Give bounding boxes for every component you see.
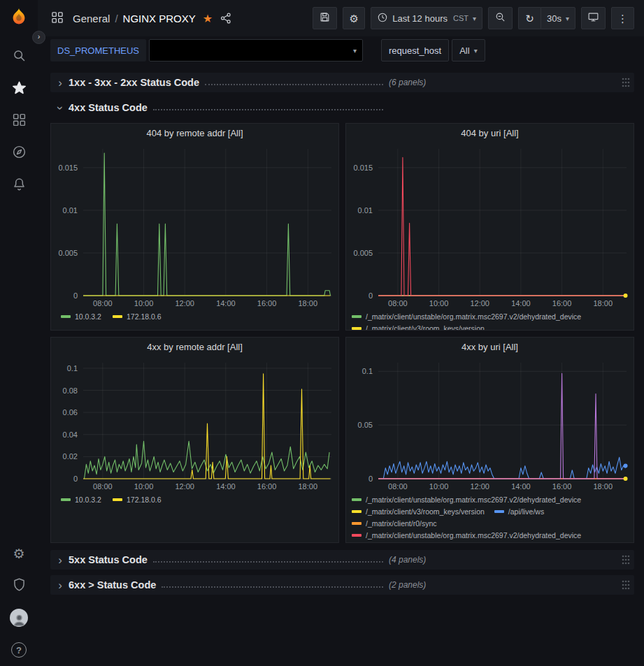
row-title-group: 5xx Status Code bbox=[66, 554, 389, 565]
legend-item[interactable]: /api/live/ws bbox=[494, 506, 544, 517]
sidebar-expand-button[interactable]: › bbox=[32, 31, 45, 44]
legend-item[interactable]: 10.0.3.2 bbox=[61, 494, 101, 505]
request-host-variable-select[interactable]: All ▾ bbox=[452, 39, 485, 61]
sidebar-item-favorites[interactable] bbox=[0, 73, 38, 105]
svg-text:16:00: 16:00 bbox=[552, 482, 572, 491]
panel-chart[interactable]: 08:0010:0012:0014:0016:0018:0000.020.040… bbox=[51, 357, 338, 493]
star-outline-icon bbox=[12, 80, 27, 98]
zoom-out-button[interactable] bbox=[488, 7, 513, 29]
sidebar: ⚙ ? › bbox=[0, 0, 38, 666]
favorite-star-icon[interactable]: ★ bbox=[203, 12, 213, 25]
top-navigation: General / NGINX PROXY ★ ⚙ bbox=[38, 0, 644, 36]
apps-grid-icon bbox=[50, 16, 64, 27]
legend-item[interactable]: /_matrix/client/r0/sync bbox=[352, 518, 437, 529]
row-5xx-status-code[interactable]: › 5xx Status Code (4 panels) bbox=[50, 550, 634, 570]
dashboard-settings-button[interactable]: ⚙ bbox=[343, 7, 365, 29]
main-area: General / NGINX PROXY ★ ⚙ bbox=[38, 0, 644, 666]
chevron-down-icon: ▾ bbox=[474, 47, 478, 55]
breadcrumb-section[interactable]: General bbox=[73, 13, 110, 24]
legend-swatch bbox=[113, 315, 122, 318]
chevron-down-icon: ▾ bbox=[473, 15, 476, 22]
panel-chart[interactable]: 08:0010:0012:0014:0016:0018:0000.050.1 bbox=[346, 357, 634, 493]
legend-item[interactable]: 172.18.0.6 bbox=[113, 311, 162, 322]
time-range-picker[interactable]: Last 12 hours CST ▾ bbox=[371, 7, 482, 29]
svg-text:14:00: 14:00 bbox=[216, 482, 236, 491]
cycle-view-mode-button[interactable] bbox=[581, 7, 606, 29]
grafana-logo-icon[interactable] bbox=[8, 7, 29, 28]
panel-title[interactable]: 404 by uri [All] bbox=[346, 124, 634, 143]
row-drag-handle[interactable] bbox=[622, 555, 630, 565]
save-icon bbox=[319, 11, 331, 25]
svg-text:0.01: 0.01 bbox=[358, 206, 373, 215]
row-title: 4xx Status Code bbox=[69, 102, 148, 113]
svg-text:0: 0 bbox=[368, 291, 373, 300]
panel-legend: /_matrix/client/unstable/org.matrix.msc2… bbox=[346, 310, 634, 330]
monitor-icon bbox=[587, 11, 599, 25]
chart-canvas[interactable]: 08:0010:0012:0014:0016:0018:0000.0050.01… bbox=[51, 143, 338, 310]
timezone-label: CST bbox=[453, 14, 468, 22]
legend-swatch bbox=[352, 315, 362, 318]
row-panel-count: (2 panels) bbox=[389, 580, 426, 590]
save-dashboard-button[interactable] bbox=[313, 7, 337, 29]
chevron-down-icon: ▾ bbox=[353, 47, 357, 55]
sidebar-item-profile[interactable] bbox=[0, 602, 38, 634]
legend-item[interactable]: /_matrix/client/unstable/org.matrix.msc2… bbox=[352, 530, 581, 541]
legend-label: /_matrix/client/r0/sync bbox=[366, 518, 437, 529]
svg-text:18:00: 18:00 bbox=[593, 482, 613, 491]
search-icon bbox=[12, 48, 27, 66]
chart-canvas[interactable]: 08:0010:0012:0014:0016:0018:0000.050.1 bbox=[346, 357, 634, 493]
breadcrumb-dashboard-title[interactable]: NGINX PROXY bbox=[123, 13, 196, 24]
panel-title[interactable]: 4xx by uri [All] bbox=[346, 338, 634, 357]
sidebar-item-help[interactable]: ? bbox=[0, 634, 38, 666]
sidebar-item-security[interactable] bbox=[0, 570, 38, 602]
row-drag-handle[interactable] bbox=[622, 78, 630, 87]
legend-label: /api/live/ws bbox=[508, 506, 544, 517]
row-1xx-3xx-2xx-status-code[interactable]: › 1xx - 3xx - 2xx Status Code (6 panels) bbox=[50, 73, 634, 92]
compass-icon bbox=[12, 145, 27, 162]
panel-title[interactable]: 404 by remote addr [All] bbox=[51, 124, 338, 143]
datasource-variable-label[interactable]: DS_PROMETHEUS bbox=[50, 39, 146, 61]
chevron-right-icon: › bbox=[55, 579, 66, 591]
sidebar-item-server-admin[interactable]: ⚙ bbox=[0, 537, 38, 570]
chart-canvas[interactable]: 08:0010:0012:0014:0016:0018:0000.020.040… bbox=[51, 357, 338, 493]
svg-text:18:00: 18:00 bbox=[593, 299, 613, 307]
row-panel-count: (4 panels) bbox=[389, 555, 426, 565]
more-options-kebab[interactable]: ⋮ bbox=[611, 7, 634, 29]
svg-text:0.005: 0.005 bbox=[58, 249, 78, 257]
legend-item[interactable]: /_matrix/client/unstable/org.matrix.msc2… bbox=[352, 494, 581, 505]
toolbar: ⚙ Last 12 hours CST ▾ ↻ bbox=[313, 7, 634, 29]
legend-label: /_matrix/client/unstable/org.matrix.msc2… bbox=[366, 530, 581, 541]
legend-swatch bbox=[352, 498, 362, 501]
sidebar-item-search[interactable] bbox=[0, 41, 38, 73]
request-host-variable-label[interactable]: request_host bbox=[381, 39, 449, 61]
time-range-label: Last 12 hours bbox=[392, 13, 448, 24]
panel-legend: 10.0.3.2172.18.0.6 bbox=[51, 493, 338, 507]
legend-item[interactable]: /_matrix/client/unstable/org.matrix.msc2… bbox=[352, 311, 581, 322]
svg-text:08:00: 08:00 bbox=[388, 299, 408, 307]
svg-text:16:00: 16:00 bbox=[552, 299, 572, 307]
legend-item[interactable]: 172.18.0.6 bbox=[113, 494, 162, 505]
share-icon[interactable] bbox=[220, 12, 232, 24]
row-leader-dots bbox=[153, 561, 383, 563]
refresh-button[interactable]: ↻ bbox=[518, 7, 541, 29]
sidebar-item-alerting[interactable] bbox=[0, 169, 38, 201]
row-title-group: 4xx Status Code bbox=[66, 102, 389, 113]
datasource-variable-select[interactable]: ▾ bbox=[149, 39, 363, 61]
apps-menu-button[interactable] bbox=[49, 9, 66, 28]
legend-swatch bbox=[352, 534, 362, 537]
row-title: 5xx Status Code bbox=[69, 554, 148, 565]
panel-title[interactable]: 4xx by remote addr [All] bbox=[51, 338, 338, 357]
legend-item[interactable]: /_matrix/client/v3/room_keys/version bbox=[352, 506, 485, 517]
row-4xx-status-code[interactable]: › 4xx Status Code bbox=[50, 98, 634, 117]
sidebar-item-dashboards[interactable] bbox=[0, 105, 38, 137]
legend-item[interactable]: 10.0.3.2 bbox=[61, 311, 101, 322]
row-drag-handle[interactable] bbox=[622, 580, 630, 590]
panel-chart[interactable]: 08:0010:0012:0014:0016:0018:0000.0050.01… bbox=[51, 143, 338, 310]
sidebar-item-explore[interactable] bbox=[0, 137, 38, 169]
chevron-down-icon: ▾ bbox=[566, 15, 569, 22]
legend-item[interactable]: /_matrix/client/v3/room_keys/version bbox=[352, 323, 485, 330]
refresh-interval-dropdown[interactable]: 30s ▾ bbox=[541, 7, 575, 29]
row-6xx-status-code[interactable]: › 6xx > Status Code (2 panels) bbox=[50, 575, 634, 595]
chart-canvas[interactable]: 08:0010:0012:0014:0016:0018:0000.0050.01… bbox=[346, 143, 634, 310]
panel-chart[interactable]: 08:0010:0012:0014:0016:0018:0000.0050.01… bbox=[346, 143, 634, 310]
